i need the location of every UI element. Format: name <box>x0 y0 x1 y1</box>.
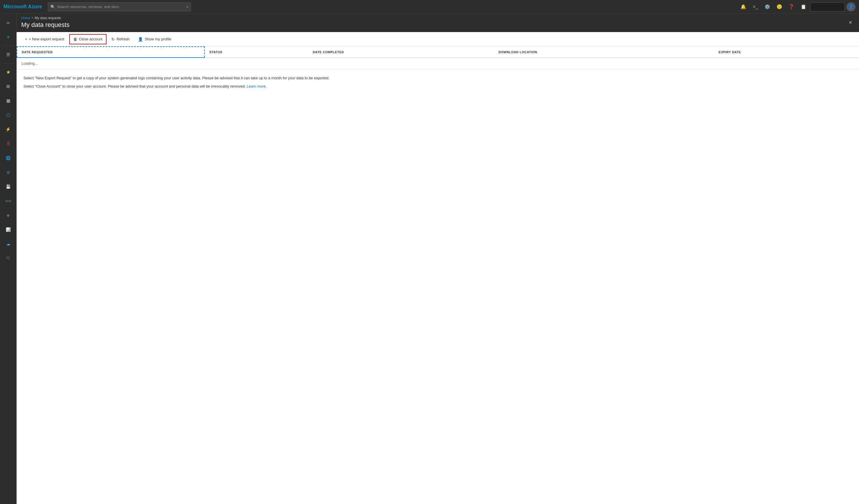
table-header: DATE REQUESTED STATUS DATE COMPLETED DOW… <box>17 47 859 58</box>
sidebar-item-sql[interactable]: 🗄 <box>1 137 15 151</box>
search-clear-icon[interactable]: × <box>186 4 189 9</box>
help-icon[interactable]: ❓ <box>786 2 797 12</box>
sidebar-item-aad[interactable]: ◈ <box>1 208 15 222</box>
sidebar-item-vm[interactable]: 🖥 <box>1 165 15 179</box>
topbar: Microsoft Azure 🔍 × 🔔 >_ ⚙️ 🙂 ❓ 📋 👤 <box>0 0 859 14</box>
sidebar-expand-button[interactable]: ≫ <box>1 16 15 30</box>
panel-header: Home > My data requests My data requests… <box>17 14 859 32</box>
close-info-prefix: Select "Close Account" to close your use… <box>24 84 246 89</box>
breadcrumb-current: My data requests <box>35 16 61 20</box>
sidebar-item-dashboard[interactable]: ⊞ <box>1 79 15 93</box>
toolbar: + + New export request 🗑 Close account ↻… <box>17 32 859 46</box>
sidebar-divider-1 <box>3 46 13 46</box>
sidebar-item-advisor[interactable]: ☁ <box>1 237 15 251</box>
data-table: DATE REQUESTED STATUS DATE COMPLETED DOW… <box>17 46 859 69</box>
col-status[interactable]: STATUS <box>205 47 308 58</box>
search-icon: 🔍 <box>50 4 55 9</box>
sidebar-item-all-resources[interactable]: ▦ <box>1 94 15 108</box>
table-body: Loading... <box>17 58 859 69</box>
sidebar-item-security[interactable]: 🛡 <box>1 251 15 265</box>
panel-close-button[interactable]: × <box>846 18 855 27</box>
main-panel: + + New export request 🗑 Close account ↻… <box>17 32 859 504</box>
page-title: My data requests <box>21 21 70 29</box>
refresh-icon: ↻ <box>111 37 115 42</box>
sidebar-item-monitor[interactable]: 📊 <box>1 223 15 236</box>
breadcrumb-home[interactable]: Home <box>21 16 30 20</box>
refresh-button[interactable]: ↻ Refresh <box>108 34 133 44</box>
account-selector[interactable] <box>810 2 845 12</box>
sidebar-item-cosmos[interactable]: 🌐 <box>1 151 15 165</box>
new-export-request-button[interactable]: + + New export request <box>21 34 68 44</box>
show-profile-label: Show my profile <box>145 37 171 41</box>
new-export-label: + New export request <box>29 37 64 41</box>
topbar-icons: 🔔 >_ ⚙️ 🙂 ❓ 📋 👤 <box>738 2 856 12</box>
col-date-requested[interactable]: DATE REQUESTED <box>17 47 205 58</box>
col-expiry-date[interactable]: EXPIRY DATE <box>714 47 859 58</box>
close-account-button[interactable]: 🗑 Close account <box>69 34 106 44</box>
learn-more-link[interactable]: Learn more. <box>247 84 267 89</box>
breadcrumb: Home > My data requests <box>21 16 70 20</box>
sidebar-item-create[interactable]: + <box>1 30 15 44</box>
portal-icon[interactable]: 📋 <box>798 2 809 12</box>
panel-header-left: Home > My data requests My data requests <box>21 16 70 29</box>
refresh-label: Refresh <box>117 37 130 41</box>
info-section: Select "New Export Request" to get a cop… <box>17 69 859 97</box>
col-download-location[interactable]: DOWNLOAD LOCATION <box>494 47 714 58</box>
sidebar-item-storage[interactable]: 💾 <box>1 180 15 194</box>
search-input[interactable] <box>57 4 184 9</box>
cloud-shell-icon[interactable]: >_ <box>750 2 760 12</box>
main-layout: ≫ + ☰ ★ ⊞ ▦ ⬡ ⚡ 🗄 🌐 🖥 💾 ⟺ ◈ 📊 ☁ 🛡 Home >… <box>0 14 859 504</box>
notifications-icon[interactable]: 🔔 <box>738 2 749 12</box>
table-container: DATE REQUESTED STATUS DATE COMPLETED DOW… <box>17 46 859 504</box>
trash-icon: 🗑 <box>73 37 77 42</box>
sidebar-item-all-services[interactable]: ☰ <box>1 48 15 62</box>
sidebar-item-app-services[interactable]: ⚡ <box>1 122 15 136</box>
feedback-icon[interactable]: 🙂 <box>774 2 785 12</box>
close-account-label: Close account <box>79 37 103 41</box>
settings-icon[interactable]: ⚙️ <box>762 2 772 12</box>
breadcrumb-separator: > <box>31 16 33 20</box>
export-info-text: Select "New Export Request" to get a cop… <box>24 75 852 81</box>
sidebar-item-vnet[interactable]: ⟺ <box>1 194 15 208</box>
sidebar: ≫ + ☰ ★ ⊞ ▦ ⬡ ⚡ 🗄 🌐 🖥 💾 ⟺ ◈ 📊 ☁ 🛡 <box>0 14 17 504</box>
sidebar-item-favorites[interactable]: ★ <box>1 65 15 79</box>
sidebar-item-resource-groups[interactable]: ⬡ <box>1 108 15 122</box>
close-info-text: Select "Close Account" to close your use… <box>24 83 852 90</box>
profile-icon: 👤 <box>138 37 143 42</box>
loading-row: Loading... <box>17 58 859 69</box>
col-date-completed[interactable]: DATE COMPLETED <box>308 47 494 58</box>
loading-text: Loading... <box>17 58 859 69</box>
show-profile-button[interactable]: 👤 Show my profile <box>134 34 175 44</box>
search-box[interactable]: 🔍 × <box>48 2 191 12</box>
content-area: Home > My data requests My data requests… <box>17 14 859 504</box>
app-logo: Microsoft Azure <box>3 4 42 10</box>
user-avatar[interactable]: 👤 <box>846 2 856 12</box>
new-export-icon: + <box>25 37 27 41</box>
